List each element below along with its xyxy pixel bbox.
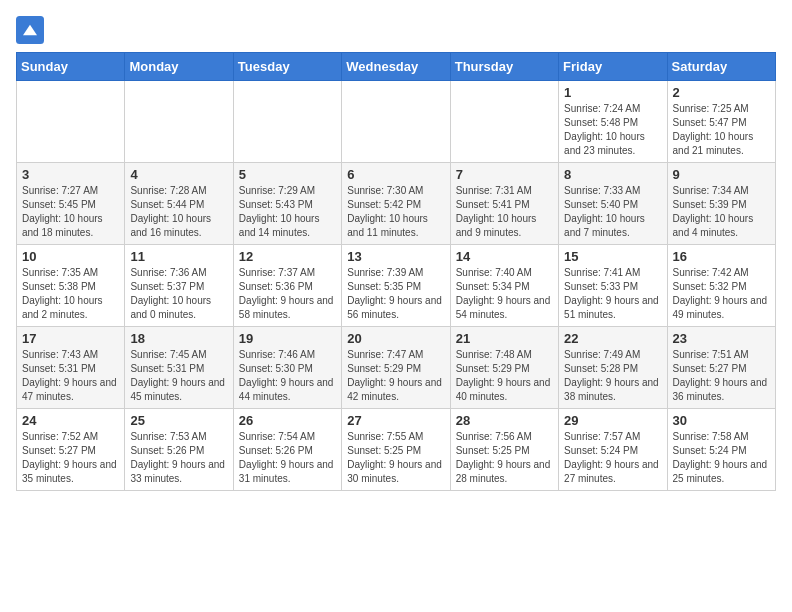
day-number: 6: [347, 167, 444, 182]
calendar-cell: 28Sunrise: 7:56 AM Sunset: 5:25 PM Dayli…: [450, 409, 558, 491]
day-number: 28: [456, 413, 553, 428]
calendar-cell: 17Sunrise: 7:43 AM Sunset: 5:31 PM Dayli…: [17, 327, 125, 409]
day-number: 3: [22, 167, 119, 182]
calendar-cell: 26Sunrise: 7:54 AM Sunset: 5:26 PM Dayli…: [233, 409, 341, 491]
day-detail: Sunrise: 7:49 AM Sunset: 5:28 PM Dayligh…: [564, 348, 661, 404]
day-detail: Sunrise: 7:34 AM Sunset: 5:39 PM Dayligh…: [673, 184, 770, 240]
day-detail: Sunrise: 7:48 AM Sunset: 5:29 PM Dayligh…: [456, 348, 553, 404]
calendar-cell: 9Sunrise: 7:34 AM Sunset: 5:39 PM Daylig…: [667, 163, 775, 245]
calendar-cell: 19Sunrise: 7:46 AM Sunset: 5:30 PM Dayli…: [233, 327, 341, 409]
day-number: 13: [347, 249, 444, 264]
day-number: 23: [673, 331, 770, 346]
calendar-cell: 18Sunrise: 7:45 AM Sunset: 5:31 PM Dayli…: [125, 327, 233, 409]
day-detail: Sunrise: 7:35 AM Sunset: 5:38 PM Dayligh…: [22, 266, 119, 322]
day-number: 5: [239, 167, 336, 182]
calendar-cell: 1Sunrise: 7:24 AM Sunset: 5:48 PM Daylig…: [559, 81, 667, 163]
calendar-cell: 13Sunrise: 7:39 AM Sunset: 5:35 PM Dayli…: [342, 245, 450, 327]
day-number: 25: [130, 413, 227, 428]
calendar-cell: 6Sunrise: 7:30 AM Sunset: 5:42 PM Daylig…: [342, 163, 450, 245]
day-detail: Sunrise: 7:28 AM Sunset: 5:44 PM Dayligh…: [130, 184, 227, 240]
day-detail: Sunrise: 7:37 AM Sunset: 5:36 PM Dayligh…: [239, 266, 336, 322]
calendar-cell: 25Sunrise: 7:53 AM Sunset: 5:26 PM Dayli…: [125, 409, 233, 491]
day-number: 16: [673, 249, 770, 264]
calendar-cell: 11Sunrise: 7:36 AM Sunset: 5:37 PM Dayli…: [125, 245, 233, 327]
day-detail: Sunrise: 7:29 AM Sunset: 5:43 PM Dayligh…: [239, 184, 336, 240]
day-number: 26: [239, 413, 336, 428]
day-number: 7: [456, 167, 553, 182]
calendar-cell: 23Sunrise: 7:51 AM Sunset: 5:27 PM Dayli…: [667, 327, 775, 409]
day-detail: Sunrise: 7:47 AM Sunset: 5:29 PM Dayligh…: [347, 348, 444, 404]
day-detail: Sunrise: 7:42 AM Sunset: 5:32 PM Dayligh…: [673, 266, 770, 322]
weekday-header-saturday: Saturday: [667, 53, 775, 81]
day-detail: Sunrise: 7:53 AM Sunset: 5:26 PM Dayligh…: [130, 430, 227, 486]
day-number: 10: [22, 249, 119, 264]
calendar-cell: 21Sunrise: 7:48 AM Sunset: 5:29 PM Dayli…: [450, 327, 558, 409]
day-detail: Sunrise: 7:51 AM Sunset: 5:27 PM Dayligh…: [673, 348, 770, 404]
day-number: 24: [22, 413, 119, 428]
calendar-cell: 7Sunrise: 7:31 AM Sunset: 5:41 PM Daylig…: [450, 163, 558, 245]
calendar-table: SundayMondayTuesdayWednesdayThursdayFrid…: [16, 52, 776, 491]
day-number: 21: [456, 331, 553, 346]
weekday-header-friday: Friday: [559, 53, 667, 81]
calendar-cell: 4Sunrise: 7:28 AM Sunset: 5:44 PM Daylig…: [125, 163, 233, 245]
day-number: 15: [564, 249, 661, 264]
day-number: 11: [130, 249, 227, 264]
day-detail: Sunrise: 7:45 AM Sunset: 5:31 PM Dayligh…: [130, 348, 227, 404]
calendar-cell: [17, 81, 125, 163]
day-detail: Sunrise: 7:52 AM Sunset: 5:27 PM Dayligh…: [22, 430, 119, 486]
weekday-header-monday: Monday: [125, 53, 233, 81]
day-detail: Sunrise: 7:33 AM Sunset: 5:40 PM Dayligh…: [564, 184, 661, 240]
day-detail: Sunrise: 7:58 AM Sunset: 5:24 PM Dayligh…: [673, 430, 770, 486]
day-number: 12: [239, 249, 336, 264]
day-number: 22: [564, 331, 661, 346]
day-number: 17: [22, 331, 119, 346]
calendar-cell: 8Sunrise: 7:33 AM Sunset: 5:40 PM Daylig…: [559, 163, 667, 245]
calendar-cell: 20Sunrise: 7:47 AM Sunset: 5:29 PM Dayli…: [342, 327, 450, 409]
day-detail: Sunrise: 7:36 AM Sunset: 5:37 PM Dayligh…: [130, 266, 227, 322]
calendar-cell: [125, 81, 233, 163]
day-detail: Sunrise: 7:56 AM Sunset: 5:25 PM Dayligh…: [456, 430, 553, 486]
day-number: 4: [130, 167, 227, 182]
day-number: 30: [673, 413, 770, 428]
day-number: 18: [130, 331, 227, 346]
day-number: 27: [347, 413, 444, 428]
page-header: [16, 16, 776, 44]
day-number: 14: [456, 249, 553, 264]
calendar-cell: [342, 81, 450, 163]
day-number: 29: [564, 413, 661, 428]
day-number: 8: [564, 167, 661, 182]
day-detail: Sunrise: 7:46 AM Sunset: 5:30 PM Dayligh…: [239, 348, 336, 404]
weekday-header-wednesday: Wednesday: [342, 53, 450, 81]
day-detail: Sunrise: 7:30 AM Sunset: 5:42 PM Dayligh…: [347, 184, 444, 240]
calendar-cell: 14Sunrise: 7:40 AM Sunset: 5:34 PM Dayli…: [450, 245, 558, 327]
logo: [16, 16, 46, 44]
day-detail: Sunrise: 7:41 AM Sunset: 5:33 PM Dayligh…: [564, 266, 661, 322]
day-detail: Sunrise: 7:31 AM Sunset: 5:41 PM Dayligh…: [456, 184, 553, 240]
day-detail: Sunrise: 7:57 AM Sunset: 5:24 PM Dayligh…: [564, 430, 661, 486]
day-detail: Sunrise: 7:25 AM Sunset: 5:47 PM Dayligh…: [673, 102, 770, 158]
day-detail: Sunrise: 7:24 AM Sunset: 5:48 PM Dayligh…: [564, 102, 661, 158]
day-number: 9: [673, 167, 770, 182]
day-detail: Sunrise: 7:55 AM Sunset: 5:25 PM Dayligh…: [347, 430, 444, 486]
calendar-cell: 2Sunrise: 7:25 AM Sunset: 5:47 PM Daylig…: [667, 81, 775, 163]
calendar-cell: [233, 81, 341, 163]
calendar-cell: 10Sunrise: 7:35 AM Sunset: 5:38 PM Dayli…: [17, 245, 125, 327]
calendar-cell: [450, 81, 558, 163]
day-detail: Sunrise: 7:39 AM Sunset: 5:35 PM Dayligh…: [347, 266, 444, 322]
calendar-cell: 30Sunrise: 7:58 AM Sunset: 5:24 PM Dayli…: [667, 409, 775, 491]
logo-icon: [16, 16, 44, 44]
day-number: 2: [673, 85, 770, 100]
day-detail: Sunrise: 7:40 AM Sunset: 5:34 PM Dayligh…: [456, 266, 553, 322]
weekday-header-thursday: Thursday: [450, 53, 558, 81]
day-number: 19: [239, 331, 336, 346]
calendar-cell: 3Sunrise: 7:27 AM Sunset: 5:45 PM Daylig…: [17, 163, 125, 245]
calendar-cell: 16Sunrise: 7:42 AM Sunset: 5:32 PM Dayli…: [667, 245, 775, 327]
calendar-cell: 27Sunrise: 7:55 AM Sunset: 5:25 PM Dayli…: [342, 409, 450, 491]
day-number: 20: [347, 331, 444, 346]
calendar-cell: 29Sunrise: 7:57 AM Sunset: 5:24 PM Dayli…: [559, 409, 667, 491]
day-detail: Sunrise: 7:54 AM Sunset: 5:26 PM Dayligh…: [239, 430, 336, 486]
weekday-header-sunday: Sunday: [17, 53, 125, 81]
day-number: 1: [564, 85, 661, 100]
weekday-header-tuesday: Tuesday: [233, 53, 341, 81]
day-detail: Sunrise: 7:27 AM Sunset: 5:45 PM Dayligh…: [22, 184, 119, 240]
